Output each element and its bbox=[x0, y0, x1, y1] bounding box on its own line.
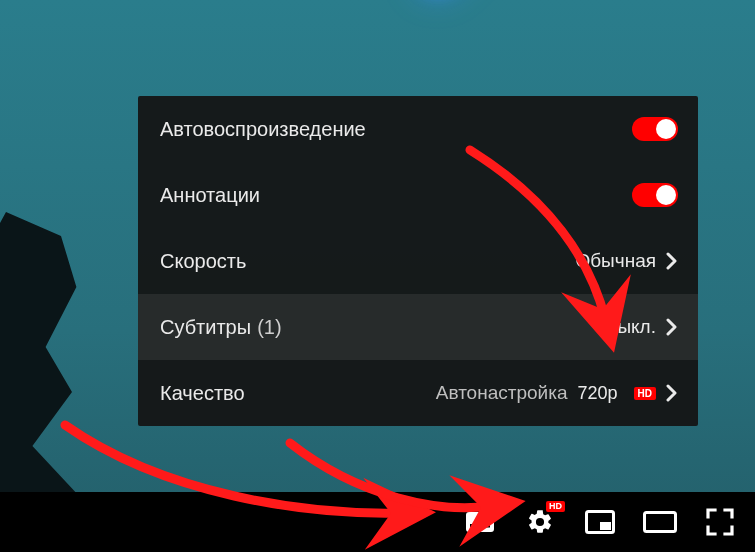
subtitles-label: Субтитры bbox=[160, 316, 251, 339]
quality-value: Автонастройка bbox=[436, 382, 568, 404]
annotations-toggle[interactable] bbox=[632, 183, 678, 207]
settings-gear-icon[interactable]: HD bbox=[523, 505, 557, 539]
svg-rect-5 bbox=[645, 513, 676, 532]
svg-rect-0 bbox=[466, 512, 494, 532]
annotations-label: Аннотации bbox=[160, 184, 260, 207]
chevron-right-icon bbox=[666, 384, 678, 402]
chevron-right-icon bbox=[666, 252, 678, 270]
quality-label: Качество bbox=[160, 382, 245, 405]
settings-row-annotations[interactable]: Аннотации bbox=[138, 162, 698, 228]
svg-rect-2 bbox=[482, 524, 490, 528]
settings-panel: Автовоспроизведение Аннотации Скорость О… bbox=[138, 96, 698, 426]
svg-rect-4 bbox=[600, 522, 611, 530]
chevron-right-icon bbox=[666, 318, 678, 336]
subtitles-count: (1) bbox=[257, 316, 281, 339]
subtitles-value: Выкл. bbox=[605, 316, 656, 338]
settings-row-subtitles[interactable]: Субтитры (1) Выкл. bbox=[138, 294, 698, 360]
autoplay-label: Автовоспроизведение bbox=[160, 118, 366, 141]
settings-hd-badge: HD bbox=[546, 501, 565, 512]
theater-mode-icon[interactable] bbox=[643, 505, 677, 539]
fullscreen-icon[interactable] bbox=[703, 505, 737, 539]
settings-row-speed[interactable]: Скорость Обычная bbox=[138, 228, 698, 294]
settings-row-autoplay[interactable]: Автовоспроизведение bbox=[138, 96, 698, 162]
speed-label: Скорость bbox=[160, 250, 246, 273]
speed-value: Обычная bbox=[575, 250, 656, 272]
autoplay-toggle[interactable] bbox=[632, 117, 678, 141]
miniplayer-icon[interactable] bbox=[583, 505, 617, 539]
video-silhouette bbox=[0, 212, 160, 512]
player-controls-bar: HD bbox=[0, 492, 755, 552]
svg-rect-1 bbox=[470, 524, 480, 528]
quality-detail: 720p bbox=[578, 383, 618, 404]
hd-badge: HD bbox=[634, 387, 656, 400]
subtitles-icon[interactable] bbox=[463, 505, 497, 539]
settings-row-quality[interactable]: Качество Автонастройка 720p HD bbox=[138, 360, 698, 426]
